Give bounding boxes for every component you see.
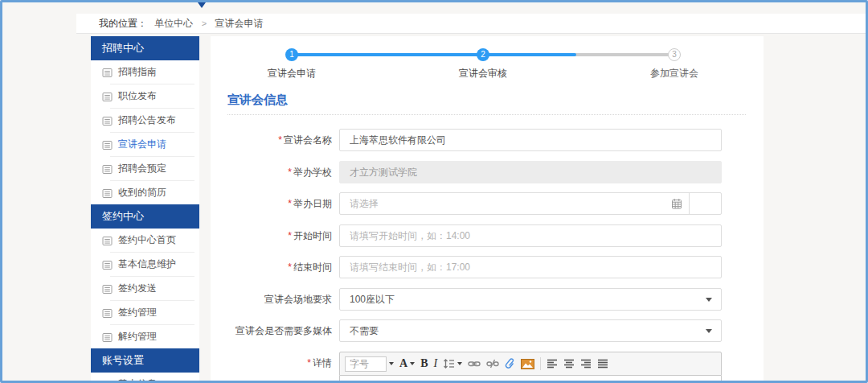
insert-link-button[interactable] — [468, 359, 481, 369]
end-time-input[interactable] — [339, 256, 722, 278]
richtext-toolbar: 字号 A B I — [339, 352, 722, 376]
sidebar-item-sign-center-home[interactable]: 签约中心首页 — [91, 229, 199, 252]
font-size-select[interactable]: 字号 — [345, 356, 387, 372]
divider — [227, 114, 746, 115]
step-1-label: 宣讲会申请 — [235, 67, 348, 80]
document-icon — [102, 235, 113, 245]
field-label-presentation-name: *宣讲会名称 — [211, 129, 332, 151]
end-time-control — [339, 256, 722, 278]
document-icon — [102, 187, 113, 198]
document-icon — [102, 283, 113, 294]
presentation-name-input[interactable] — [339, 129, 722, 151]
sidebar-item-recruit-announcement[interactable]: 招聘公告发布 — [91, 109, 199, 132]
page-title: 宣讲会信息 — [227, 93, 288, 108]
required-mark: * — [288, 262, 292, 273]
multimedia-needed-row: 宣讲会是否需要多媒体不需要 — [211, 319, 764, 342]
align-right-icon — [580, 359, 592, 369]
stepper-progress — [292, 53, 576, 56]
venue-requirement-select[interactable]: 100座以下 — [339, 288, 722, 311]
multimedia-needed-select[interactable]: 不需要 — [339, 319, 722, 342]
align-right-button[interactable] — [580, 359, 592, 369]
font-color-button[interactable]: A — [399, 357, 407, 370]
document-icon — [102, 68, 113, 78]
sidebar-item-presentation-apply[interactable]: 宣讲会申请 — [91, 133, 199, 156]
main-panel: 1宣讲会申请2宣讲会审核3参加宣讲会 宣讲会信息 *宣讲会名称*举办学校*举办日… — [211, 36, 764, 381]
sidebar-item-label: 签约发送 — [118, 282, 157, 295]
sidebar-item-jobfair-booking[interactable]: 招聘会预定 — [91, 157, 199, 180]
required-mark: * — [288, 198, 292, 209]
event-date-control: 请选择 — [339, 192, 722, 215]
required-mark: * — [307, 357, 311, 369]
sidebar-item-label: 招聘公告发布 — [118, 113, 176, 127]
attachment-button[interactable] — [505, 358, 515, 369]
sidebar-item-sign-send[interactable]: 签约发送 — [91, 277, 199, 300]
event-date-picker[interactable]: 请选择 — [339, 192, 722, 215]
required-mark: * — [288, 167, 292, 178]
end-time-row: *结束时间 — [211, 256, 764, 278]
sidebar-item-label: 职位发布 — [118, 89, 157, 103]
host-school-control — [339, 161, 722, 183]
sidebar-section-sign-center: 签约中心 — [91, 204, 199, 229]
field-label-host-school: *举办学校 — [211, 161, 332, 183]
justify-button[interactable] — [597, 359, 608, 369]
field-label-start-time: *开始时间 — [211, 224, 332, 247]
line-height-button[interactable] — [443, 358, 455, 369]
sidebar-item-account-basic-info[interactable]: 基本信息 — [91, 373, 199, 383]
align-center-icon — [563, 359, 575, 369]
document-icon — [102, 307, 113, 318]
chevron-down-icon — [410, 362, 415, 365]
sidebar-item-label: 解约管理 — [118, 330, 157, 344]
document-icon — [102, 116, 113, 126]
align-center-button[interactable] — [563, 359, 575, 369]
sidebar-item-label: 宣讲会申请 — [118, 138, 166, 151]
top-notch — [198, 2, 206, 8]
start-time-control — [339, 224, 722, 247]
calendar-icon — [671, 198, 682, 210]
calendar-icon — [671, 198, 682, 213]
document-icon — [102, 91, 113, 101]
divider — [689, 193, 690, 214]
unlink-icon — [486, 359, 499, 369]
document-icon — [102, 380, 113, 383]
step-1-indicator: 1 — [285, 48, 298, 61]
sidebar-item-label: 基本信息维护 — [118, 257, 176, 271]
document-icon — [102, 259, 113, 270]
required-mark: * — [278, 134, 282, 146]
sidebar-item-sign-manage[interactable]: 签约管理 — [91, 301, 199, 324]
document-icon — [102, 379, 113, 383]
sidebar-item-recruit-guide[interactable]: 招聘指南 — [91, 60, 199, 84]
start-time-input[interactable] — [339, 224, 722, 247]
required-mark: * — [288, 230, 292, 241]
app-window: 我的位置： 单位中心 > 宣讲会申请 招聘中心招聘指南职位发布招聘公告发布宣讲会… — [0, 0, 868, 383]
sidebar: 招聘中心招聘指南职位发布招聘公告发布宣讲会申请招聘会预定收到的简历签约中心签约中… — [91, 36, 199, 383]
sidebar-item-job-posting[interactable]: 职位发布 — [91, 84, 199, 108]
field-label-end-time: *结束时间 — [211, 256, 332, 278]
sidebar-item-label: 收到的简历 — [118, 186, 166, 200]
sidebar-item-received-resumes[interactable]: 收到的简历 — [91, 181, 199, 204]
richtext-content[interactable] — [339, 376, 722, 381]
document-icon — [102, 164, 113, 175]
sidebar-item-basic-info-maintain[interactable]: 基本信息维护 — [91, 253, 199, 276]
host-school-input — [339, 161, 722, 183]
multimedia-needed-control: 不需要 — [339, 319, 722, 342]
line-height-icon — [443, 358, 455, 369]
date-placeholder: 请选择 — [340, 193, 721, 214]
document-icon — [102, 92, 113, 102]
chevron-down-icon — [706, 329, 712, 333]
align-left-button[interactable] — [547, 359, 558, 369]
sidebar-item-label: 基本信息 — [118, 377, 157, 383]
breadcrumb-separator-icon: > — [202, 19, 207, 28]
sidebar-item-cancel-sign-manage[interactable]: 解约管理 — [91, 325, 199, 348]
step-3-indicator: 3 — [668, 48, 681, 61]
breadcrumb-link-unit-center[interactable]: 单位中心 — [154, 18, 193, 29]
bold-button[interactable]: B — [420, 357, 428, 370]
field-label-event-date: *举办日期 — [211, 192, 332, 215]
presentation-name-control — [339, 129, 722, 151]
remove-link-button[interactable] — [486, 359, 499, 369]
align-left-icon — [547, 359, 558, 369]
chevron-down-icon — [389, 362, 394, 365]
insert-image-button[interactable] — [521, 359, 534, 369]
host-school-row: *举办学校 — [211, 161, 764, 183]
document-icon — [102, 332, 113, 342]
italic-button[interactable]: I — [433, 357, 437, 370]
